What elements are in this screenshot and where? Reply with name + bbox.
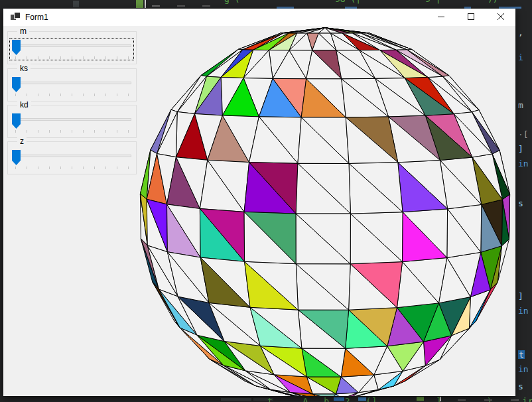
code-fragment bbox=[145, 0, 146, 8]
trackbar-thumb-ks[interactable] bbox=[12, 77, 21, 92]
tick-mark bbox=[15, 130, 16, 133]
form-app-icon bbox=[11, 13, 20, 22]
minimize-button[interactable] bbox=[426, 9, 456, 26]
trackbar-track[interactable] bbox=[16, 118, 131, 121]
close-button[interactable] bbox=[486, 9, 515, 26]
tick-mark bbox=[128, 56, 129, 59]
trackbar-kd[interactable] bbox=[8, 105, 136, 137]
code-fragment bbox=[253, 398, 273, 401]
form-client-area: mkskdz bbox=[3, 26, 515, 396]
tick-mark bbox=[60, 130, 61, 133]
code-fragment: )) bbox=[488, 0, 498, 3]
tick-mark bbox=[27, 167, 27, 169]
code-fragment bbox=[511, 399, 519, 401]
code-fragment: 9 | bbox=[425, 0, 440, 3]
trackbar-m[interactable] bbox=[8, 32, 136, 64]
close-icon bbox=[497, 13, 505, 23]
tick-mark bbox=[117, 130, 117, 133]
code-fragment bbox=[440, 397, 441, 401]
code-fragment bbox=[177, 5, 185, 7]
groupbox-ks: ks bbox=[7, 68, 137, 101]
code-fragment: in bbox=[518, 159, 529, 168]
groupbox-z: z bbox=[7, 141, 137, 174]
tick-mark bbox=[49, 130, 50, 133]
minimize-icon bbox=[437, 13, 445, 23]
code-fragment bbox=[458, 399, 466, 401]
trackbar-track[interactable] bbox=[16, 82, 131, 84]
tick-mark bbox=[60, 56, 61, 59]
code-fragment bbox=[334, 397, 344, 401]
code-fragment: m bbox=[518, 101, 523, 109]
maximize-icon bbox=[467, 13, 475, 23]
form1-window: Form1 mkskdz bbox=[3, 9, 515, 396]
code-fragment: t bbox=[518, 350, 525, 359]
tick-mark bbox=[128, 130, 129, 133]
code-fragment bbox=[417, 397, 424, 401]
editor-code-fragments-bottom: t A b 2 (l l ) int() bbox=[0, 396, 532, 402]
tick-mark bbox=[94, 130, 95, 133]
tick-mark bbox=[38, 94, 38, 96]
tick-mark bbox=[105, 130, 106, 133]
trackbar-track[interactable] bbox=[16, 155, 131, 157]
code-fragment: ·[ bbox=[518, 130, 529, 139]
code-fragment: ] bbox=[518, 292, 523, 301]
code-fragment: ] bbox=[518, 145, 523, 153]
code-fragment bbox=[484, 399, 492, 401]
tick-mark bbox=[94, 94, 95, 96]
tick-mark bbox=[72, 167, 72, 169]
tick-mark bbox=[15, 94, 16, 96]
tick-mark bbox=[49, 56, 50, 59]
groupbox-m: m bbox=[7, 31, 137, 64]
titlebar[interactable]: Form1 bbox=[3, 9, 515, 26]
tick-mark bbox=[60, 94, 61, 96]
code-fragment bbox=[136, 0, 143, 8]
editor-code-fragments-top: g (98 (|9 |)) bbox=[0, 0, 532, 9]
tick-mark bbox=[105, 56, 106, 59]
tick-mark bbox=[83, 167, 84, 169]
code-fragment: g ( bbox=[224, 0, 239, 3]
code-fragment bbox=[152, 5, 160, 7]
code-fragment bbox=[202, 5, 210, 7]
tick-mark bbox=[15, 167, 16, 169]
code-fragment: i bbox=[518, 53, 523, 62]
tick-mark bbox=[38, 167, 38, 169]
tick-mark bbox=[83, 130, 84, 133]
code-fragment: s bbox=[518, 199, 523, 208]
tick-mark bbox=[83, 56, 84, 59]
code-fragment: s bbox=[518, 382, 523, 391]
trackbar-thumb-kd[interactable] bbox=[12, 113, 21, 129]
tick-mark bbox=[72, 130, 72, 133]
tick-mark bbox=[117, 94, 117, 96]
maximize-button[interactable] bbox=[456, 9, 486, 26]
groupbox-kd: kd bbox=[7, 105, 137, 138]
tick-mark bbox=[49, 94, 50, 96]
code-fragment: t A b 2 (l l ) int() bbox=[267, 397, 532, 402]
tick-mark bbox=[117, 167, 117, 169]
trackbar-track[interactable] bbox=[16, 44, 131, 47]
code-fragment bbox=[221, 398, 251, 401]
tick-mark bbox=[117, 56, 117, 59]
tick-mark bbox=[128, 167, 129, 169]
code-fragment: in bbox=[518, 306, 529, 315]
tick-mark bbox=[94, 167, 95, 169]
code-fragment bbox=[358, 397, 366, 401]
trackbar-ks[interactable] bbox=[8, 69, 136, 101]
window-controls bbox=[426, 9, 515, 26]
tick-mark bbox=[49, 167, 50, 169]
trackbar-thumb-z[interactable] bbox=[12, 150, 21, 165]
tick-mark bbox=[105, 167, 106, 169]
editor-code-fragments-right: ,im·[]ins]intins bbox=[517, 0, 532, 402]
tick-mark bbox=[105, 94, 106, 96]
window-title: Form1 bbox=[25, 13, 426, 22]
code-fragment: in bbox=[518, 365, 529, 373]
trackbar-z[interactable] bbox=[8, 142, 136, 174]
tick-mark bbox=[27, 56, 27, 59]
code-fragment: 98 (| bbox=[335, 0, 361, 3]
tick-mark bbox=[38, 130, 38, 133]
tick-mark bbox=[72, 94, 72, 96]
tick-mark bbox=[94, 56, 95, 59]
editor-background: g (98 (|9 |)) ,im·[]ins]intins t A b 2 (… bbox=[0, 0, 532, 402]
tick-mark bbox=[38, 56, 38, 59]
tick-mark bbox=[128, 94, 129, 96]
code-fragment: , bbox=[518, 28, 523, 36]
